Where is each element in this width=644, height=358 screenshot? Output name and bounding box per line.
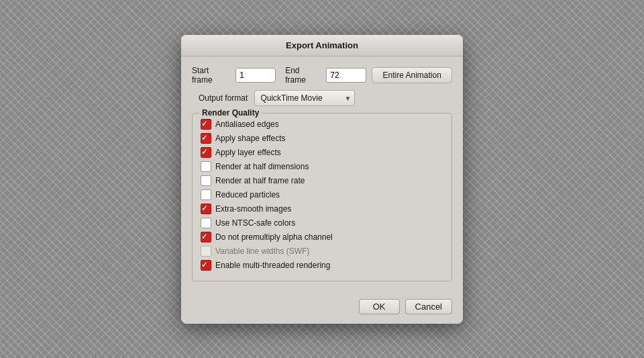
checkbox-apply-shape-input[interactable] xyxy=(201,133,211,144)
checkbox-multi-thread-label[interactable]: Enable multi-threaded rendering xyxy=(215,261,330,270)
checkbox-ntsc-safe: Use NTSC-safe colors xyxy=(201,218,443,228)
render-quality-group: Render Quality Antialiased edges Apply s… xyxy=(192,113,452,281)
checkbox-no-premultiply-label[interactable]: Do not premultiply alpha channel xyxy=(215,232,333,242)
checkbox-apply-layer-label[interactable]: Apply layer effects xyxy=(215,148,281,157)
checkbox-half-frame-rate: Render at half frame rate xyxy=(201,175,443,186)
checkbox-apply-shape-label[interactable]: Apply shape effects xyxy=(215,134,286,143)
output-format-row: Output format QuickTime Movie SWF JPEG S… xyxy=(192,90,452,106)
checkbox-extra-smooth-input[interactable] xyxy=(201,204,211,214)
frame-range-row: Start frame End frame Entire Animation xyxy=(192,66,452,85)
checkbox-multi-thread: Enable multi-threaded rendering xyxy=(201,260,443,271)
end-frame-label: End frame xyxy=(285,66,322,85)
start-frame-input[interactable] xyxy=(235,68,276,83)
checkbox-multi-thread-input[interactable] xyxy=(201,260,211,271)
output-format-select[interactable]: QuickTime Movie SWF JPEG Sequence PNG Se… xyxy=(254,90,355,106)
checkbox-half-dimensions-label[interactable]: Render at half dimensions xyxy=(215,162,309,171)
checkbox-half-frame-rate-label[interactable]: Render at half frame rate xyxy=(215,176,305,185)
checkbox-antialiased: Antialiased edges xyxy=(201,119,443,130)
checkbox-variable-line: Variable line widths (SWF) xyxy=(201,246,443,257)
ok-button[interactable]: OK xyxy=(359,299,400,314)
checkbox-apply-layer: Apply layer effects xyxy=(201,147,443,158)
checkbox-antialiased-label[interactable]: Antialiased edges xyxy=(215,120,279,129)
dialog-title-bar: Export Animation xyxy=(181,35,463,56)
cancel-button[interactable]: Cancel xyxy=(405,299,452,314)
checkbox-half-frame-rate-input[interactable] xyxy=(201,175,211,186)
dialog-footer: OK Cancel xyxy=(181,299,463,324)
checkbox-apply-shape: Apply shape effects xyxy=(201,133,443,144)
dialog-content: Start frame End frame Entire Animation O… xyxy=(181,56,463,299)
start-frame-label: Start frame xyxy=(192,66,231,85)
checkbox-apply-layer-input[interactable] xyxy=(201,147,211,158)
checkbox-ntsc-safe-input[interactable] xyxy=(201,218,211,228)
checkbox-no-premultiply: Do not premultiply alpha channel xyxy=(201,232,443,242)
checkbox-reduced-particles-label[interactable]: Reduced particles xyxy=(215,190,280,199)
dialog-title: Export Animation xyxy=(286,40,358,50)
checkbox-variable-line-input xyxy=(201,246,211,257)
checkbox-extra-smooth-label[interactable]: Extra-smooth images xyxy=(215,204,291,214)
render-quality-legend: Render Quality xyxy=(199,108,262,118)
end-frame-input[interactable] xyxy=(326,68,366,83)
checkbox-extra-smooth: Extra-smooth images xyxy=(201,204,443,214)
checkbox-reduced-particles-input[interactable] xyxy=(201,189,211,200)
checkbox-half-dimensions: Render at half dimensions xyxy=(201,161,443,172)
checkbox-no-premultiply-input[interactable] xyxy=(201,232,211,242)
checkbox-half-dimensions-input[interactable] xyxy=(201,161,211,172)
output-format-dropdown-wrap: QuickTime Movie SWF JPEG Sequence PNG Se… xyxy=(254,90,355,106)
checkbox-ntsc-safe-label[interactable]: Use NTSC-safe colors xyxy=(215,218,295,228)
export-animation-dialog: Export Animation Start frame End frame E… xyxy=(181,35,463,324)
checkbox-reduced-particles: Reduced particles xyxy=(201,189,443,200)
output-format-label: Output format xyxy=(199,93,248,103)
checkbox-variable-line-label: Variable line widths (SWF) xyxy=(215,247,309,256)
checkbox-antialiased-input[interactable] xyxy=(201,119,211,130)
entire-animation-button[interactable]: Entire Animation xyxy=(372,67,452,83)
